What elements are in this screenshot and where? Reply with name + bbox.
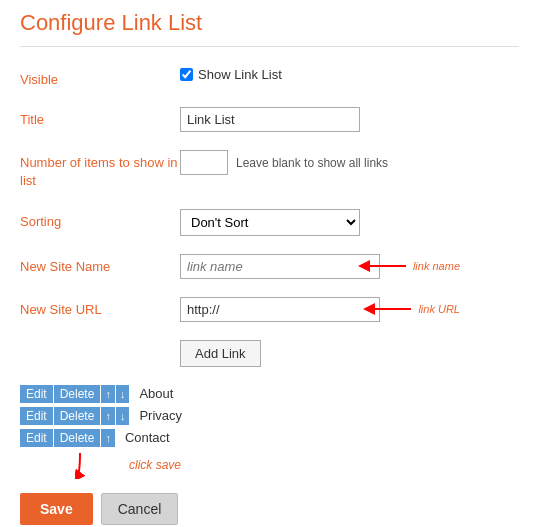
cancel-button[interactable]: Cancel [101, 493, 179, 525]
sorting-select[interactable]: Don't Sort Alphabetical Manual [180, 209, 360, 236]
new-site-url-input[interactable] [180, 297, 380, 322]
title-input[interactable] [180, 107, 360, 132]
new-site-name-row: New Site Name link name [20, 254, 519, 279]
edit-about-button[interactable]: Edit [20, 385, 53, 403]
click-save-text: click save [129, 458, 181, 472]
new-site-url-control: link URL [180, 297, 519, 322]
add-link-control: Add Link [180, 340, 519, 367]
list-item: Edit Delete ↑ Contact [20, 429, 519, 447]
visible-control: Show Link List [180, 67, 519, 82]
click-save-arrow-icon [75, 451, 125, 479]
show-link-list-label[interactable]: Show Link List [180, 67, 282, 82]
new-site-url-row: New Site URL link URL [20, 297, 519, 322]
item-contact-buttons: Edit Delete ↑ [20, 429, 115, 447]
title-label: Title [20, 107, 180, 129]
number-row: Number of items to show in list Leave bl… [20, 150, 519, 190]
title-control [180, 107, 519, 132]
title-row: Title [20, 107, 519, 132]
number-helper: Leave blank to show all links [236, 156, 388, 170]
number-input[interactable] [180, 150, 228, 175]
add-link-row: Add Link [20, 340, 519, 367]
contact-link-name: Contact [125, 430, 170, 445]
add-link-spacer [20, 340, 180, 344]
new-site-name-input[interactable] [180, 254, 380, 279]
up-privacy-button[interactable]: ↑ [101, 407, 115, 425]
up-contact-button[interactable]: ↑ [101, 429, 115, 447]
new-site-url-label: New Site URL [20, 297, 180, 319]
list-item: Edit Delete ↑ ↓ About [20, 385, 519, 403]
visible-row: Visible Show Link List [20, 67, 519, 89]
link-name-annotation: link name [413, 260, 460, 272]
item-privacy-buttons: Edit Delete ↑ ↓ [20, 407, 129, 425]
list-item: Edit Delete ↑ ↓ Privacy [20, 407, 519, 425]
add-link-button[interactable]: Add Link [180, 340, 261, 367]
footer-buttons: Save Cancel [20, 493, 519, 525]
delete-contact-button[interactable]: Delete [54, 429, 101, 447]
page-container: Configure Link List Visible Show Link Li… [0, 0, 539, 527]
click-save-annotation: click save [75, 451, 519, 479]
item-about-buttons: Edit Delete ↑ ↓ [20, 385, 129, 403]
down-about-button[interactable]: ↓ [116, 385, 130, 403]
edit-privacy-button[interactable]: Edit [20, 407, 53, 425]
down-privacy-button[interactable]: ↓ [116, 407, 130, 425]
link-list-section: Edit Delete ↑ ↓ About Edit Delete ↑ ↓ Pr… [20, 385, 519, 479]
up-about-button[interactable]: ↑ [101, 385, 115, 403]
new-site-name-control: link name [180, 254, 519, 279]
save-button[interactable]: Save [20, 493, 93, 525]
about-link-name: About [139, 386, 173, 401]
delete-about-button[interactable]: Delete [54, 385, 101, 403]
number-control: Leave blank to show all links [180, 150, 519, 175]
sorting-label: Sorting [20, 209, 180, 231]
delete-privacy-button[interactable]: Delete [54, 407, 101, 425]
visible-label: Visible [20, 67, 180, 89]
page-title: Configure Link List [20, 10, 519, 47]
sorting-control: Don't Sort Alphabetical Manual [180, 209, 519, 236]
sorting-row: Sorting Don't Sort Alphabetical Manual [20, 209, 519, 236]
new-site-name-label: New Site Name [20, 254, 180, 276]
privacy-link-name: Privacy [139, 408, 182, 423]
link-url-annotation: link URL [418, 303, 460, 315]
number-label: Number of items to show in list [20, 150, 180, 190]
show-link-list-checkbox[interactable] [180, 68, 193, 81]
edit-contact-button[interactable]: Edit [20, 429, 53, 447]
